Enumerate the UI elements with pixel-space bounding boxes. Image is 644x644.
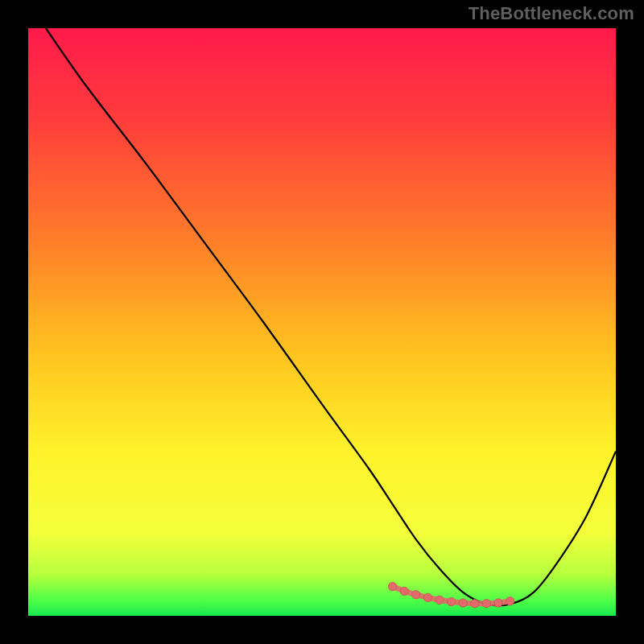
marker-dot <box>423 593 431 601</box>
marker-dot <box>506 597 514 605</box>
marker-dot <box>412 591 420 599</box>
chart-svg <box>28 28 616 616</box>
marker-dot <box>471 599 479 607</box>
marker-dot <box>388 582 396 590</box>
marker-dot <box>494 599 502 607</box>
attribution-text: TheBottleneck.com <box>469 3 634 24</box>
chart-frame: TheBottleneck.com <box>0 0 644 644</box>
plot-area <box>28 28 616 616</box>
gradient-background <box>28 28 616 616</box>
marker-dot <box>482 599 490 607</box>
marker-dot <box>447 597 455 605</box>
marker-dot <box>436 596 444 604</box>
marker-dot <box>459 599 467 607</box>
marker-dot <box>400 587 408 595</box>
